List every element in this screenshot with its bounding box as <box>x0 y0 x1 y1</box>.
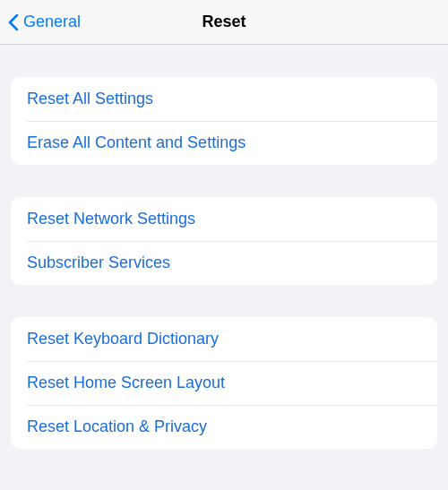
settings-group: Reset Network Settings Subscriber Servic… <box>11 197 437 285</box>
row-label: Reset All Settings <box>27 90 153 107</box>
reset-location-and-privacy[interactable]: Reset Location & Privacy <box>11 405 437 449</box>
reset-home-screen-layout[interactable]: Reset Home Screen Layout <box>11 361 437 405</box>
row-label: Reset Location & Privacy <box>27 417 207 435</box>
row-label: Erase All Content and Settings <box>27 133 246 151</box>
chevron-left-icon <box>7 13 20 31</box>
page-title: Reset <box>202 13 246 31</box>
back-label: General <box>23 13 81 31</box>
reset-network-settings[interactable]: Reset Network Settings <box>11 197 437 241</box>
reset-keyboard-dictionary[interactable]: Reset Keyboard Dictionary <box>11 317 437 361</box>
row-label: Reset Network Settings <box>27 210 195 228</box>
row-label: Reset Home Screen Layout <box>27 374 225 391</box>
content: Reset All Settings Erase All Content and… <box>0 45 448 449</box>
back-button[interactable]: General <box>7 13 81 31</box>
row-label: Reset Keyboard Dictionary <box>27 330 219 348</box>
reset-all-settings[interactable]: Reset All Settings <box>11 77 437 121</box>
nav-header: General Reset <box>0 0 448 45</box>
settings-group: Reset All Settings Erase All Content and… <box>11 77 437 165</box>
erase-all-content-and-settings[interactable]: Erase All Content and Settings <box>11 121 437 165</box>
settings-group: Reset Keyboard Dictionary Reset Home Scr… <box>11 317 437 449</box>
subscriber-services[interactable]: Subscriber Services <box>11 241 437 285</box>
row-label: Subscriber Services <box>27 254 170 271</box>
